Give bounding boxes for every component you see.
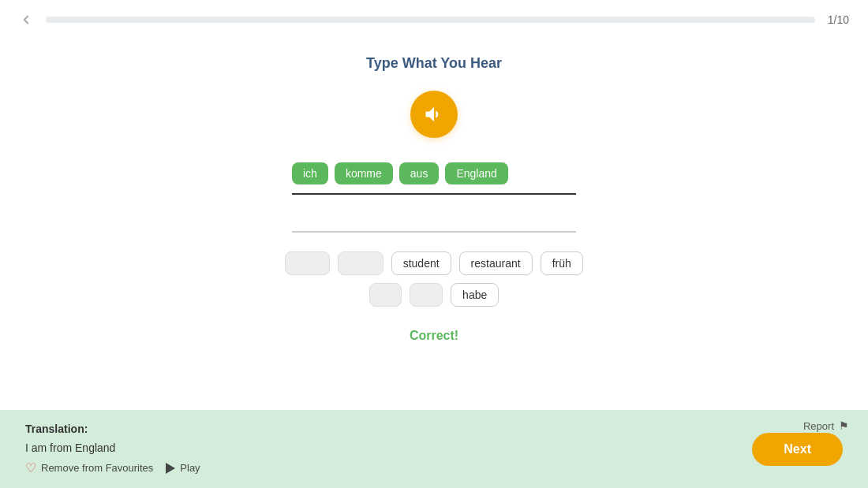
- word-chip-fruh[interactable]: früh: [541, 251, 583, 275]
- back-button[interactable]: [19, 13, 33, 27]
- audio-button[interactable]: [410, 91, 458, 138]
- selected-word-aus[interactable]: aus: [399, 162, 440, 184]
- play-label: Play: [180, 462, 200, 474]
- word-chip-student[interactable]: student: [391, 251, 451, 275]
- top-bar: 1/10: [0, 0, 868, 39]
- play-button[interactable]: Play: [166, 462, 200, 474]
- selected-word-ich[interactable]: ich: [292, 162, 328, 184]
- word-chip-restaurant[interactable]: restaurant: [459, 251, 533, 275]
- remove-favourite-button[interactable]: ♡ Remove from Favourites: [25, 460, 153, 475]
- exercise-title: Type What You Hear: [366, 55, 502, 72]
- word-chip-habe[interactable]: habe: [451, 283, 499, 307]
- word-bank: student restaurant früh habe: [268, 251, 600, 307]
- heart-icon: ♡: [25, 460, 36, 475]
- bottom-actions: ♡ Remove from Favourites Play: [25, 460, 200, 475]
- selected-word-komme[interactable]: komme: [335, 162, 393, 184]
- volume-icon: [423, 103, 445, 125]
- empty-answer-line: [292, 204, 576, 233]
- selected-word-england[interactable]: England: [445, 162, 507, 184]
- translation-text: I am from England: [25, 441, 200, 454]
- feedback-message: Correct!: [410, 329, 458, 343]
- report-button[interactable]: Report ⚑: [803, 419, 849, 432]
- play-icon: [166, 463, 175, 474]
- report-label: Report: [803, 420, 834, 432]
- word-chip-used-4: [410, 283, 443, 307]
- word-chip-used-2: [338, 251, 383, 275]
- remove-favourite-label: Remove from Favourites: [41, 462, 153, 474]
- progress-bar: [46, 17, 815, 23]
- bottom-panel: Report ⚑ Translation: I am from England …: [0, 410, 868, 488]
- translation-label: Translation:: [25, 423, 200, 435]
- progress-label: 1/10: [828, 13, 849, 26]
- word-chip-used-1: [285, 251, 330, 275]
- main-content: Type What You Hear ich komme aus England…: [0, 39, 868, 343]
- bottom-left: Translation: I am from England ♡ Remove …: [25, 423, 200, 475]
- answer-area: ich komme aus England: [292, 160, 576, 195]
- flag-icon: ⚑: [839, 419, 849, 432]
- next-label: Next: [784, 442, 811, 456]
- next-button[interactable]: Next: [752, 433, 843, 466]
- word-chip-used-3: [369, 283, 402, 307]
